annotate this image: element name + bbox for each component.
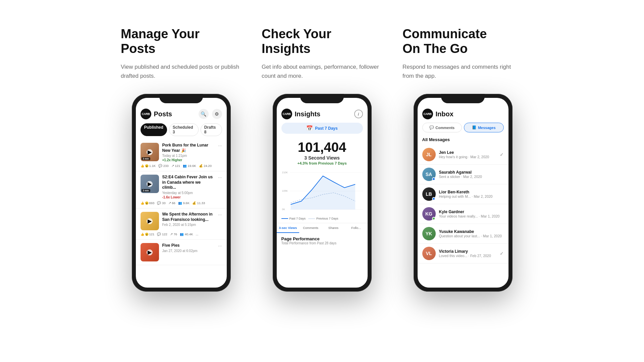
comments-1: 💬 233 — [158, 164, 169, 168]
msg-name-6: Victoria Limary — [439, 249, 496, 254]
reactions-3: 👍😮 121 — [141, 232, 155, 236]
msg-content-2: Saurabh Agarwal Sent a sticker · Mar 2, … — [439, 170, 504, 179]
post-dots-2[interactable]: ··· — [218, 175, 222, 180]
msg-name-2: Saurabh Agarwal — [439, 170, 504, 175]
tab-published[interactable]: Published — [141, 123, 167, 136]
tab-scheduled[interactable]: Scheduled 3 — [169, 123, 199, 136]
inbox-logo-area: CARB Inbox — [422, 109, 453, 119]
legend-swatch-current — [281, 218, 288, 219]
earnings-2: 💰 11.33 — [192, 201, 205, 205]
tab-comments[interactable]: Comments — [299, 223, 322, 233]
msg-name-4: Kyle Gardner — [439, 209, 504, 214]
duration-label-2: 3 min — [142, 189, 150, 192]
avatar-jen-lee: JL — [422, 148, 436, 161]
tab-drafts[interactable]: Drafts 8 — [201, 123, 222, 136]
post-main-4: ▶ Five Pies Jan 27, 2020 at 6:02pm ··· — [141, 243, 222, 261]
legend-current: Past 7 Days — [281, 217, 306, 220]
msg-preview-6: Loved this video... · Feb 27, 2020 — [439, 254, 496, 258]
message-item-6[interactable]: VL Victoria Limary Loved this video... ·… — [418, 244, 508, 263]
page-perf-section: Page Performance Total Performance from … — [277, 233, 368, 246]
tab-3sec-views[interactable]: 3-sec Views — [277, 223, 300, 233]
carb-logo-inbox: CARB — [422, 109, 433, 119]
tab-followers[interactable]: Follo... — [345, 223, 368, 233]
duration-label-1: 3 min — [142, 157, 150, 160]
svg-text:210K: 210K — [282, 171, 288, 174]
msg-preview-1: Hey how's it going · Mar 2, 2020 — [439, 155, 496, 159]
chart-legend: Past 7 Days Previous 7 Days — [277, 216, 368, 222]
big-number: 101,404 — [281, 140, 363, 154]
post-info-2: S2:E4 Cabin Fever Join us in Canada wher… — [162, 175, 215, 199]
more-3: ... — [196, 232, 199, 236]
date-selector[interactable]: 📅 Past 7 Days — [281, 123, 363, 134]
posts-screen-title: Posts — [154, 110, 172, 118]
filter-icon[interactable]: ⚙ — [212, 109, 222, 119]
post-perf-1: +1.2x Higher — [162, 158, 215, 162]
posts-phone-inner: CARB Posts 🔍 ⚙ Published Scheduled 3 — [136, 98, 227, 288]
insights-screen-title: Insights — [295, 110, 321, 118]
insights-phone: CARB Insights i 📅 Past 7 Days 10 — [273, 94, 372, 292]
column-manage-posts: Manage Your Posts View published and sch… — [121, 27, 241, 292]
messages-icon: 📘 — [472, 125, 477, 130]
play-icon-3: ▶ — [147, 218, 153, 224]
big-label: 3 Second Views — [281, 155, 363, 161]
big-change: +4.3% from Previous 7 Days — [281, 161, 363, 165]
post-date-3: Feb 2, 2020 at 5:15pm — [162, 223, 215, 227]
shares-3: ↗ 76 — [170, 232, 177, 236]
posts-phone-container: CARB Posts 🔍 ⚙ Published Scheduled 3 — [121, 94, 241, 292]
post-item-4[interactable]: ▶ Five Pies Jan 27, 2020 at 6:02pm ··· — [136, 240, 227, 265]
message-item-5[interactable]: YK Yusuke Kawanabe Question about your l… — [418, 224, 508, 244]
posts-icons: 🔍 ⚙ — [199, 109, 222, 119]
message-item-2[interactable]: SA Saurabh Agarwal Sent a sticker · Mar … — [418, 165, 508, 184]
post-title-2: S2:E4 Cabin Fever Join us in Canada wher… — [162, 175, 215, 190]
post-info-1: Pork Buns for the Lunar New Year 🎉 Today… — [162, 143, 215, 162]
phone-notch-1 — [159, 94, 203, 103]
tab-messages[interactable]: 📘 Messages — [464, 123, 504, 132]
post-stats-1: 👍😮 1.1K 💬 233 ↗ 121 👥 19.6K 💰 24.20 — [141, 164, 222, 168]
post-info-3: We Spent the Afternoon in San Fransisco … — [162, 212, 215, 227]
post-dots-4[interactable]: ··· — [218, 243, 222, 248]
inbox-tabs: 💬 Comments 📘 Messages — [418, 123, 508, 136]
info-button[interactable]: i — [354, 110, 363, 118]
tab-shares[interactable]: Shares — [322, 223, 345, 233]
post-thumb-2: ▶ 3 min — [141, 175, 159, 193]
post-dots-1[interactable]: ··· — [218, 143, 222, 148]
check-insights-desc: Get info about earnings, performance, fo… — [262, 63, 382, 80]
manage-posts-desc: View published and scheduled posts or pu… — [121, 63, 241, 80]
insights-phone-container: CARB Insights i 📅 Past 7 Days 10 — [262, 94, 382, 292]
reactions-2: 👍😮 693 — [141, 201, 155, 205]
play-icon-1: ▶ — [147, 149, 153, 155]
msg-name-1: Jen Lee — [439, 150, 496, 155]
insights-tabs: 3-sec Views Comments Shares Follo... — [277, 223, 368, 233]
message-item-3[interactable]: LB Lior Ben-Kereth Helping out with M...… — [418, 184, 508, 204]
column-communicate: Communicate On The Go Respond to message… — [402, 27, 523, 292]
post-title-4: Five Pies — [162, 243, 215, 248]
msg-preview-3: Helping out with M... · Mar 2, 2020 — [439, 194, 504, 198]
unread-dot-3 — [432, 197, 435, 200]
posts-logo-area: CARB Posts — [141, 109, 172, 119]
post-item-2[interactable]: ▶ 3 min S2:E4 Cabin Fever Join us in Can… — [136, 171, 227, 208]
tab-comments[interactable]: 💬 Comments — [422, 123, 462, 132]
msg-content-5: Yusuke Kawanabe Question about your last… — [439, 229, 504, 238]
message-item-4[interactable]: KG Kyle Gardner Your videos have really.… — [418, 204, 508, 224]
message-item-1[interactable]: JL Jen Lee Hey how's it going · Mar 2, 2… — [418, 145, 508, 165]
svg-marker-6 — [290, 176, 355, 209]
post-item-3[interactable]: ▶ We Spent the Afternoon in San Fransisc… — [136, 208, 227, 240]
msg-content-4: Kyle Gardner Your videos have really... … — [439, 209, 504, 218]
post-dots-3[interactable]: ··· — [218, 212, 222, 217]
manage-posts-title: Manage Your Posts — [121, 27, 241, 56]
page-perf-title: Page Performance — [281, 236, 363, 241]
legend-swatch-previous — [308, 219, 315, 219]
legend-previous: Previous 7 Days — [308, 217, 338, 220]
avatar-victoria: VL — [422, 247, 436, 260]
post-item-1[interactable]: ▶ 3 min Pork Buns for the Lunar New Year… — [136, 139, 227, 171]
inbox-phone: CARB Inbox 💬 Comments 📘 — [414, 94, 513, 292]
post-main-2: ▶ 3 min S2:E4 Cabin Fever Join us in Can… — [141, 175, 222, 199]
check-insights-title: Check Your Insights — [262, 27, 382, 56]
post-thumb-3: ▶ — [141, 212, 159, 230]
msg-preview-5: Question about your last... · Mar 1, 202… — [439, 234, 504, 238]
search-icon[interactable]: 🔍 — [199, 109, 209, 119]
msg-preview-2: Sent a sticker · Mar 2, 2020 — [439, 175, 504, 179]
avatar-kyle: KG — [422, 207, 436, 221]
feature-columns: Manage Your Posts View published and sch… — [121, 27, 523, 292]
post-perf-2: -1.6x Lower — [162, 195, 215, 199]
